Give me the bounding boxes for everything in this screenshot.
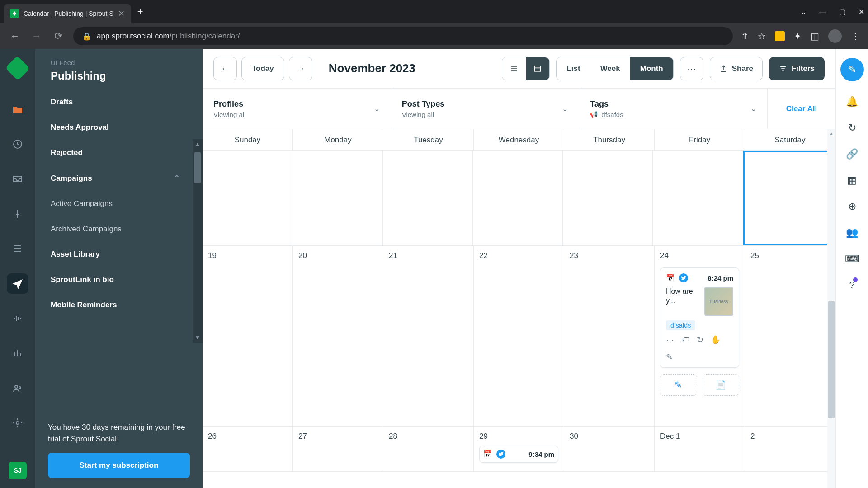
share-button[interactable]: Share [710,57,763,80]
calendar-cell[interactable] [653,151,743,245]
calendar-cell[interactable] [473,151,563,245]
profile-avatar[interactable] [828,29,842,43]
compose-post-button[interactable]: ✎ [660,374,697,396]
close-icon[interactable]: ✕ [118,9,125,19]
scroll-thumb[interactable] [828,301,835,418]
calendar-cell[interactable]: 26 [203,427,293,471]
calendar-cell[interactable]: 23 [564,246,655,426]
edit-icon[interactable]: ✎ [666,352,673,362]
extension-badge[interactable] [775,31,785,41]
scroll-up-arrow[interactable]: ▲ [195,141,200,147]
rail-people-icon[interactable] [7,378,28,398]
sidebar-item-active-campaigns[interactable]: Active Campaigns [35,191,195,216]
scroll-down-arrow[interactable]: ▼ [195,334,200,341]
period-week-button[interactable]: Week [590,57,630,80]
user-avatar[interactable]: SJ [9,462,27,479]
calendar-cell[interactable] [203,151,292,245]
calendar-cell[interactable] [292,151,382,245]
sidebar-item-asset-library[interactable]: Asset Library [35,242,195,267]
calendar-cell[interactable]: 28 [383,427,474,471]
calendar-cell[interactable]: Dec 1 [655,427,745,471]
sidebar-item-needs-approval[interactable]: Needs Approval [35,115,195,140]
link-icon[interactable]: 🔗 [846,148,858,160]
density-compact-button[interactable] [502,57,526,80]
help-icon[interactable]: ? [849,279,854,291]
more-button[interactable]: ⋯ [680,57,703,80]
more-icon[interactable]: ⋯ [666,335,674,345]
rail-inbox-icon[interactable] [7,169,28,189]
people-icon[interactable]: 👥 [846,227,858,239]
add-note-button[interactable]: 📄 [703,374,740,396]
rail-folder-icon[interactable] [7,99,28,120]
today-button[interactable]: Today [241,57,284,80]
apps-icon[interactable]: ▦ [847,174,857,186]
sidebar-item-campaigns[interactable]: Campaigns⌃ [35,165,195,191]
scroll-up-arrow[interactable]: ▲ [827,129,835,137]
side-panel-icon[interactable]: ◫ [811,31,819,42]
calendar-cell[interactable]: 21 [383,246,474,426]
calendar-cell[interactable]: 19 [203,246,293,426]
keyboard-icon[interactable]: ⌨ [845,253,859,265]
clear-all-button[interactable]: Clear All [786,104,817,113]
scroll-thumb[interactable] [194,152,201,183]
density-full-button[interactable] [526,57,549,80]
calendar-cell[interactable]: 20 [293,246,383,426]
bookmark-icon[interactable]: ☆ [758,31,766,42]
filters-button[interactable]: Filters [769,57,825,80]
calendar-cell[interactable] [563,151,653,245]
next-button[interactable]: → [289,57,312,80]
post-card[interactable]: 📅 8:24 pm How are y... Business dfsafds … [660,267,739,368]
filter-post-types[interactable]: Post Types Viewing all ⌄ [391,89,580,129]
sidebar-item-archived-campaigns[interactable]: Archived Campaigns [35,216,195,242]
new-tab-button[interactable]: + [137,6,143,18]
calendar-cell[interactable]: 22 [474,246,564,426]
url-field[interactable]: 🔒 app.sproutsocial.com/publishing/calend… [73,27,733,45]
tag-icon[interactable]: 🏷 [681,335,689,345]
drag-icon[interactable]: ✋ [711,335,721,345]
tabs-dropdown-icon[interactable]: ⌄ [801,8,807,16]
period-list-button[interactable]: List [557,57,590,80]
notifications-icon[interactable]: 🔔 [846,96,858,108]
add-icon[interactable]: ⊕ [848,201,856,212]
extensions-icon[interactable]: ✦ [794,31,802,42]
rail-settings-icon[interactable] [7,413,28,433]
rail-list-icon[interactable] [7,239,28,259]
breadcrumb[interactable]: UI Feed [51,59,75,66]
filter-tags[interactable]: Tags 📢dfsafds ⌄ [579,89,768,129]
menu-icon[interactable]: ⋮ [851,31,860,42]
post-card[interactable]: 📅 9:34 pm [479,446,558,463]
sidebar-item-rejected[interactable]: Rejected [35,140,195,165]
maximize-icon[interactable]: ▢ [839,8,846,16]
rail-audio-icon[interactable] [7,308,28,328]
repost-icon[interactable]: ↻ [697,335,703,345]
sidebar-item-sproutlink[interactable]: SproutLink in bio [35,267,195,292]
rail-compass-icon[interactable] [7,134,28,155]
rail-pin-icon[interactable] [7,204,28,224]
sprout-logo[interactable] [5,56,30,80]
compose-button[interactable]: ✎ [840,58,864,81]
browser-tab[interactable]: Calendar | Publishing | Sprout S ✕ [4,4,131,23]
calendar-cell[interactable]: 25 [745,246,835,426]
rail-analytics-icon[interactable] [7,343,28,363]
calendar-body[interactable]: 19 20 21 22 23 24 📅 8:24 pm [203,151,835,488]
minimize-icon[interactable]: — [819,8,826,16]
reload-button[interactable]: ⟳ [52,30,65,42]
period-month-button[interactable]: Month [630,57,673,80]
share-page-icon[interactable]: ⇧ [741,31,749,42]
sidebar-scrollbar[interactable]: ▲ ▼ [193,139,203,343]
calendar-cell[interactable]: 27 [293,427,383,471]
forward-button[interactable]: → [30,30,43,42]
calendar-cell[interactable]: 2 [745,427,835,471]
calendar-cell[interactable] [383,151,473,245]
sidebar-item-drafts[interactable]: Drafts [35,89,195,115]
rail-publishing-icon[interactable] [7,273,28,294]
activity-icon[interactable]: ↻ [848,122,856,134]
main-scrollbar[interactable]: ▲ [827,129,835,488]
close-window-icon[interactable]: ✕ [859,8,864,16]
sidebar-item-mobile-reminders[interactable]: Mobile Reminders [35,292,195,318]
calendar-cell[interactable]: 30 [564,427,655,471]
subscribe-button[interactable]: Start my subscription [48,453,190,478]
prev-button[interactable]: ← [213,57,237,80]
filter-profiles[interactable]: Profiles Viewing all ⌄ [203,89,391,129]
back-button[interactable]: ← [8,30,22,42]
